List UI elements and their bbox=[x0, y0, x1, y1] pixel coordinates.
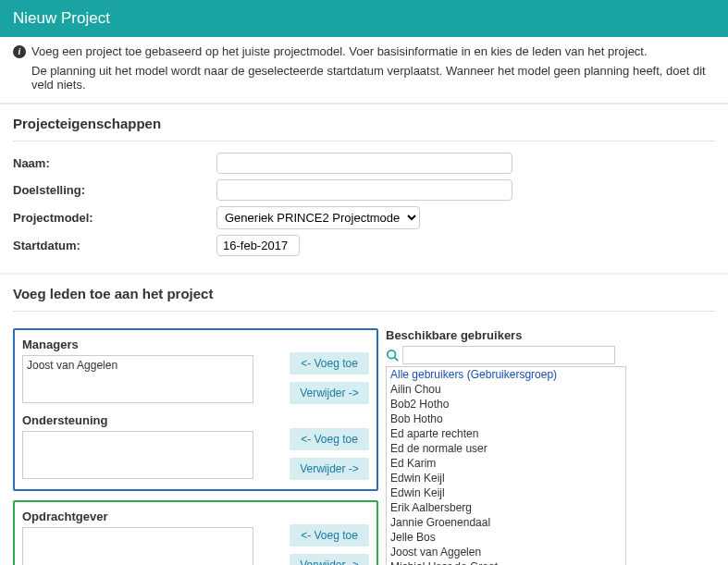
support-remove-button[interactable]: Verwijder -> bbox=[290, 458, 369, 480]
support-add-button[interactable]: <- Voeg toe bbox=[290, 428, 369, 450]
available-users-listbox[interactable]: Alle gebruikers (Gebruikersgroep)Ailin C… bbox=[386, 366, 626, 565]
goal-input[interactable] bbox=[216, 179, 512, 201]
owner-add-button[interactable]: <- Voeg toe bbox=[290, 524, 369, 547]
user-row[interactable]: Edwin Keijl bbox=[387, 485, 625, 500]
user-row[interactable]: Bob Hotho bbox=[387, 411, 625, 426]
user-row[interactable]: Edwin Keijl bbox=[387, 471, 625, 485]
owner-box: Opdrachtgever <- Voeg toe Verwijder -> bbox=[13, 500, 378, 565]
info-text-2: De planning uit het model wordt naar de … bbox=[13, 64, 715, 92]
model-label: Projectmodel: bbox=[13, 211, 216, 225]
info-panel: i Voeg een project toe gebaseerd op het … bbox=[0, 37, 728, 104]
user-row[interactable]: Michiel User de Groot bbox=[387, 559, 625, 565]
user-row[interactable]: Ed Karim bbox=[387, 456, 625, 471]
user-search-input[interactable] bbox=[402, 346, 615, 364]
user-row[interactable]: Erik Aalbersberg bbox=[387, 500, 625, 515]
user-row[interactable]: Joost van Aggelen bbox=[387, 545, 625, 559]
start-date-input[interactable] bbox=[216, 235, 300, 256]
support-title: Ondersteuning bbox=[22, 413, 275, 427]
available-title: Beschikbare gebruikers bbox=[386, 328, 715, 342]
info-icon: i bbox=[13, 45, 26, 58]
svg-line-1 bbox=[395, 358, 399, 362]
model-select[interactable]: Generiek PRINCE2 Projectmodel (NL) bbox=[216, 206, 420, 229]
owner-listbox[interactable] bbox=[22, 527, 253, 565]
members-section: Voeg leden toe aan het project bbox=[0, 275, 728, 312]
managers-add-button[interactable]: <- Voeg toe bbox=[290, 352, 369, 375]
user-row[interactable]: Ed de normale user bbox=[387, 441, 625, 456]
svg-point-0 bbox=[388, 350, 396, 359]
name-label: Naam: bbox=[13, 156, 216, 170]
managers-box: Managers Joost van Aggelen <- Voeg toe V… bbox=[13, 328, 378, 491]
page-header: Nieuw Project bbox=[0, 0, 728, 37]
members-heading: Voeg leden toe aan het project bbox=[13, 275, 715, 312]
managers-listbox[interactable]: Joost van Aggelen bbox=[22, 355, 253, 403]
user-row[interactable]: Jannie Groenendaal bbox=[387, 515, 625, 530]
properties-heading: Projecteigenschappen bbox=[13, 104, 715, 141]
owner-title: Opdrachtgever bbox=[22, 510, 275, 523]
user-row[interactable]: Ed aparte rechten bbox=[387, 426, 625, 441]
name-input[interactable] bbox=[216, 153, 512, 174]
owner-remove-button[interactable]: Verwijder -> bbox=[290, 554, 369, 565]
goal-label: Doelstelling: bbox=[13, 183, 216, 197]
start-label: Startdatum: bbox=[13, 239, 216, 252]
user-row[interactable]: Bob2 Hotho bbox=[387, 397, 625, 411]
user-row[interactable]: Ailin Chou bbox=[387, 382, 625, 397]
info-text-1: Voeg een project toe gebaseerd op het ju… bbox=[31, 44, 648, 58]
managers-remove-button[interactable]: Verwijder -> bbox=[290, 382, 369, 404]
page-title: Nieuw Project bbox=[13, 9, 110, 27]
support-listbox[interactable] bbox=[22, 431, 253, 479]
user-group-header[interactable]: Alle gebruikers (Gebruikersgroep) bbox=[387, 367, 625, 382]
managers-title: Managers bbox=[22, 338, 275, 351]
properties-section: Projecteigenschappen Naam: Doelstelling:… bbox=[0, 104, 728, 256]
search-icon bbox=[386, 349, 399, 362]
user-row[interactable]: Jelle Bos bbox=[387, 530, 625, 545]
list-item[interactable]: Joost van Aggelen bbox=[25, 358, 251, 373]
